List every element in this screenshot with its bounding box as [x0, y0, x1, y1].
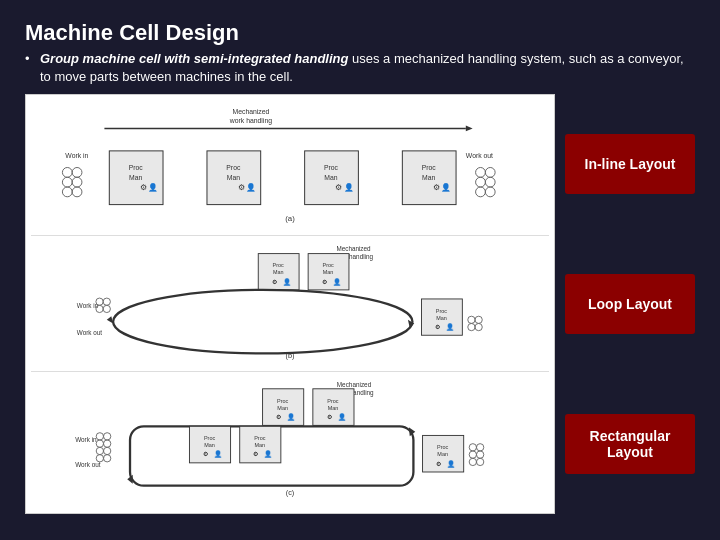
labels-area: In-line Layout Loop Layout Rectangular L… — [565, 94, 695, 514]
svg-point-32 — [476, 168, 486, 178]
svg-text:Work in: Work in — [77, 302, 99, 309]
svg-text:(c): (c) — [286, 488, 295, 497]
svg-text:⚙: ⚙ — [272, 278, 277, 285]
svg-point-9 — [72, 178, 82, 188]
svg-text:Mechanized: Mechanized — [336, 245, 371, 252]
svg-text:Proc: Proc — [327, 398, 339, 404]
svg-text:Mechanized: Mechanized — [233, 108, 270, 115]
svg-text:Man: Man — [324, 175, 337, 182]
svg-point-115 — [476, 459, 483, 466]
svg-text:Man: Man — [323, 270, 334, 276]
svg-text:Proc: Proc — [323, 263, 334, 269]
svg-text:👤: 👤 — [447, 460, 455, 468]
svg-point-36 — [476, 187, 486, 197]
svg-text:⚙: ⚙ — [327, 413, 332, 420]
svg-text:⚙: ⚙ — [335, 183, 342, 192]
svg-text:Work out: Work out — [466, 152, 493, 159]
svg-point-87 — [96, 433, 103, 440]
svg-text:⚙: ⚙ — [203, 451, 208, 458]
svg-text:👤: 👤 — [333, 278, 341, 286]
svg-point-67 — [468, 324, 475, 331]
svg-point-57 — [103, 298, 110, 305]
svg-text:Man: Man — [328, 405, 339, 411]
svg-text:👤: 👤 — [246, 182, 256, 192]
svg-text:(a): (a) — [285, 215, 295, 224]
loop-layout-label: Loop Layout — [565, 274, 695, 334]
svg-point-8 — [62, 178, 72, 188]
svg-text:⚙: ⚙ — [253, 451, 258, 458]
svg-point-10 — [62, 187, 72, 197]
svg-text:👤: 👤 — [344, 182, 354, 192]
svg-text:Man: Man — [204, 443, 215, 449]
svg-text:⚙: ⚙ — [238, 183, 245, 192]
svg-point-111 — [476, 444, 483, 451]
svg-text:👤: 👤 — [148, 182, 158, 192]
svg-text:⚙: ⚙ — [435, 323, 440, 330]
svg-point-110 — [469, 444, 476, 451]
svg-text:Work out: Work out — [75, 462, 101, 469]
svg-point-68 — [475, 324, 482, 331]
svg-point-66 — [475, 317, 482, 324]
svg-text:Work in: Work in — [65, 152, 88, 159]
svg-text:Proc: Proc — [129, 165, 144, 172]
svg-point-34 — [476, 178, 486, 188]
svg-text:Man: Man — [255, 443, 266, 449]
svg-text:👤: 👤 — [283, 278, 291, 286]
bullet-point: Group machine cell with semi-integrated … — [25, 50, 695, 86]
content-area: Mechanized work handling Work in Work ou… — [25, 94, 695, 514]
svg-text:Proc: Proc — [422, 165, 437, 172]
svg-text:Man: Man — [277, 405, 288, 411]
svg-text:Proc: Proc — [204, 435, 216, 441]
svg-text:⚙: ⚙ — [276, 413, 281, 420]
svg-text:Proc: Proc — [226, 165, 241, 172]
svg-text:Man: Man — [422, 175, 435, 182]
svg-text:⚙: ⚙ — [140, 183, 147, 192]
rectangular-diagram: Mechanized work handling Proc Man ⚙👤 Pro… — [35, 376, 545, 504]
svg-text:Man: Man — [129, 175, 142, 182]
svg-point-113 — [476, 451, 483, 458]
page-title: Machine Cell Design — [25, 20, 695, 46]
svg-text:👤: 👤 — [446, 323, 454, 331]
svg-text:Man: Man — [436, 315, 447, 321]
svg-point-94 — [104, 455, 111, 462]
svg-marker-3 — [466, 126, 473, 132]
svg-point-114 — [469, 459, 476, 466]
svg-point-37 — [485, 187, 495, 197]
svg-point-89 — [96, 440, 103, 447]
svg-text:Proc: Proc — [324, 165, 339, 172]
inline-layout-label: In-line Layout — [565, 134, 695, 194]
svg-text:⚙: ⚙ — [436, 460, 441, 467]
svg-point-51 — [113, 290, 412, 353]
svg-point-90 — [104, 440, 111, 447]
svg-marker-53 — [107, 317, 113, 324]
svg-text:Man: Man — [437, 452, 448, 458]
rectangular-layout-label: Rectangular Layout — [565, 414, 695, 474]
svg-text:👤: 👤 — [264, 451, 272, 459]
diagram-section-a: Mechanized work handling Work in Work ou… — [31, 100, 549, 236]
italic-bold-text: Group machine cell with semi-integrated … — [40, 51, 348, 66]
svg-text:Work in: Work in — [75, 436, 97, 443]
svg-text:Proc: Proc — [277, 398, 289, 404]
svg-point-6 — [62, 168, 72, 178]
svg-text:👤: 👤 — [214, 451, 222, 459]
svg-point-65 — [468, 317, 475, 324]
svg-point-11 — [72, 187, 82, 197]
svg-text:Proc: Proc — [436, 308, 447, 314]
diagram-section-b: Mechanized work handling Proc Man ⚙👤 Pro… — [31, 236, 549, 372]
svg-text:Proc: Proc — [254, 435, 266, 441]
inline-diagram: Mechanized work handling Work in Work ou… — [35, 104, 545, 231]
svg-point-92 — [104, 448, 111, 455]
loop-diagram: Mechanized work handling Proc Man ⚙👤 Pro… — [35, 240, 545, 367]
svg-text:Man: Man — [227, 175, 240, 182]
svg-text:Proc: Proc — [437, 444, 449, 450]
slide: Machine Cell Design Group machine cell w… — [10, 10, 710, 530]
svg-text:Proc: Proc — [273, 263, 284, 269]
svg-text:⚙: ⚙ — [433, 183, 440, 192]
svg-point-91 — [96, 448, 103, 455]
svg-text:Mechanized: Mechanized — [337, 381, 372, 388]
svg-text:👤: 👤 — [441, 182, 451, 192]
svg-point-35 — [485, 178, 495, 188]
svg-text:(b): (b) — [286, 351, 295, 360]
svg-point-7 — [72, 168, 82, 178]
diagram-section-c: Mechanized work handling Proc Man ⚙👤 Pro… — [31, 372, 549, 508]
